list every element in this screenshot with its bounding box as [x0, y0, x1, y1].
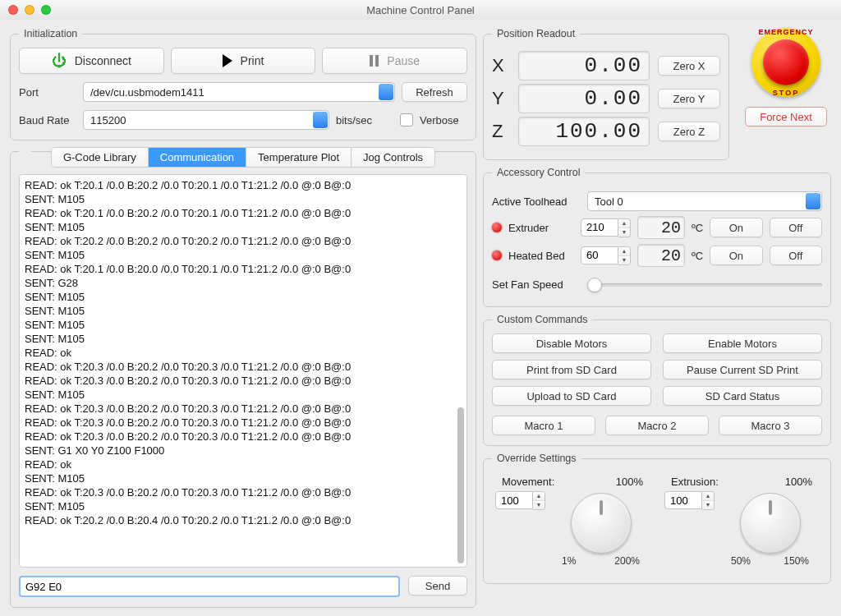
- emergency-stop-button[interactable]: EMERGENCY STOP: [751, 28, 820, 97]
- verbose-checkbox[interactable]: [400, 113, 413, 126]
- log-line: READ: ok T:20.3 /0.0 B:20.2 /0.0 T0:20.3…: [25, 430, 462, 444]
- axis-value: 0.00: [518, 84, 650, 113]
- zero-z-button[interactable]: Zero Z: [658, 122, 720, 141]
- extruder-on-button[interactable]: On: [710, 218, 762, 237]
- extrusion-stepper[interactable]: ▲▼: [664, 491, 715, 510]
- zero-x-button[interactable]: Zero X: [658, 56, 720, 76]
- readout-row-y: Y0.00Zero Y: [492, 84, 720, 113]
- scrollbar[interactable]: [457, 178, 464, 563]
- log-line: READ: ok T:20.2 /0.0 B:20.2 /0.0 T0:20.2…: [25, 234, 462, 248]
- extrusion-label: Extrusion:: [671, 476, 719, 488]
- pause-sd-print-button[interactable]: Pause Current SD Print: [663, 360, 822, 379]
- bed-actual-temp: 20: [637, 244, 685, 267]
- chevron-updown-icon: ▲▼: [317, 113, 324, 126]
- override-settings-group: Override Settings Movement: 100% ▲▼: [483, 453, 831, 584]
- print-button[interactable]: Print: [171, 48, 316, 74]
- bed-on-button[interactable]: On: [710, 246, 762, 265]
- play-icon: [223, 54, 232, 67]
- axis-label: Z: [492, 121, 510, 142]
- log-line: SENT: M105: [25, 248, 462, 262]
- log-line: SENT: M105: [25, 499, 462, 513]
- port-select[interactable]: /dev/cu.usbmodem1411 ▲▼: [83, 82, 395, 102]
- up-icon[interactable]: ▲: [618, 247, 630, 256]
- down-icon[interactable]: ▼: [618, 228, 630, 237]
- upload-to-sd-button[interactable]: Upload to SD Card: [492, 386, 651, 406]
- tab-temperature-plot[interactable]: Temperature Plot: [246, 148, 352, 167]
- macro-2-button[interactable]: Macro 2: [605, 416, 709, 435]
- communication-log[interactable]: READ: ok T:20.1 /0.0 B:20.2 /0.0 T0:20.1…: [19, 174, 467, 568]
- axis-label: X: [492, 55, 510, 76]
- baud-select[interactable]: 115200 ▲▼: [83, 110, 329, 130]
- tab-communication[interactable]: Communication: [149, 148, 246, 167]
- tab-gcode-library[interactable]: G-Code Library: [52, 148, 149, 167]
- sd-card-status-button[interactable]: SD Card Status: [663, 386, 822, 406]
- movement-pct: 100%: [616, 476, 643, 488]
- log-line: READ: ok T:20.3 /0.0 B:20.2 /0.0 T0:20.3…: [25, 485, 462, 499]
- disconnect-button[interactable]: ⏻ Disconnect: [19, 48, 164, 74]
- verbose-label: Verbose: [420, 114, 459, 126]
- accessory-legend: Accessory Control: [492, 167, 585, 178]
- up-icon[interactable]: ▲: [533, 492, 545, 501]
- up-icon[interactable]: ▲: [702, 492, 714, 501]
- send-button[interactable]: Send: [408, 576, 467, 595]
- scrollbar-thumb[interactable]: [457, 407, 464, 563]
- bed-off-button[interactable]: Off: [770, 246, 822, 265]
- pause-button[interactable]: Pause: [322, 48, 467, 74]
- baud-value: 115200: [83, 110, 329, 130]
- extruder-setpoint-stepper[interactable]: ▲▼: [581, 218, 631, 237]
- readout-row-z: Z100.00Zero Z: [492, 117, 720, 146]
- axis-value: 0.00: [518, 51, 650, 80]
- command-input[interactable]: [19, 576, 400, 597]
- disable-motors-button[interactable]: Disable Motors: [492, 333, 651, 353]
- log-line: SENT: M105: [25, 388, 462, 402]
- zero-y-button[interactable]: Zero Y: [658, 89, 720, 108]
- readout-row-x: X0.00Zero X: [492, 51, 720, 80]
- estop-top-label: EMERGENCY: [751, 28, 820, 36]
- power-icon: ⏻: [52, 53, 67, 70]
- log-line: SENT: M105: [25, 192, 462, 206]
- minimize-icon[interactable]: [25, 5, 34, 15]
- log-line: READ: ok T:20.1 /0.0 B:20.2 /0.0 T0:20.1…: [25, 206, 462, 220]
- movement-stepper[interactable]: ▲▼: [495, 491, 545, 510]
- bed-led-icon: [492, 251, 502, 260]
- slider-thumb-icon[interactable]: [587, 278, 602, 292]
- bed-setpoint-stepper[interactable]: ▲▼: [581, 246, 631, 265]
- baud-unit: bits/sec: [336, 114, 372, 126]
- pause-icon: [370, 55, 379, 67]
- down-icon[interactable]: ▼: [533, 501, 545, 509]
- close-icon[interactable]: [8, 5, 18, 15]
- movement-max: 200%: [614, 555, 640, 567]
- refresh-button[interactable]: Refresh: [402, 82, 467, 102]
- port-value: /dev/cu.usbmodem1411: [83, 82, 395, 102]
- extrusion-min: 50%: [731, 555, 751, 567]
- initialization-group: Initialization ⏻ Disconnect Print Pause …: [10, 28, 476, 140]
- custom-commands-group: Custom Commands Disable Motors Enable Mo…: [483, 314, 831, 446]
- macro-1-button[interactable]: Macro 1: [492, 416, 595, 435]
- accessory-control-group: Accessory Control Active Toolhead Tool 0…: [483, 167, 831, 307]
- estop-bottom-label: STOP: [751, 89, 820, 97]
- tab-jog-controls[interactable]: Jog Controls: [352, 148, 434, 167]
- force-next-button[interactable]: Force Next: [745, 107, 827, 126]
- log-line: READ: ok T:20.1 /0.0 B:20.0 /0.0 T0:20.1…: [25, 262, 462, 276]
- down-icon[interactable]: ▼: [618, 256, 630, 264]
- down-icon[interactable]: ▼: [702, 501, 714, 509]
- fan-speed-slider[interactable]: [587, 277, 822, 292]
- extrusion-knob[interactable]: [740, 493, 801, 554]
- log-line: SENT: M105: [25, 304, 462, 318]
- extrusion-pct: 100%: [785, 476, 812, 488]
- macro-3-button[interactable]: Macro 3: [719, 416, 822, 435]
- toolhead-label: Active Toolhead: [492, 195, 581, 208]
- print-from-sd-button[interactable]: Print from SD Card: [492, 360, 651, 379]
- log-line: READ: ok T:20.3 /0.0 B:20.2 /0.0 T0:20.3…: [25, 402, 462, 416]
- window-title: Machine Control Panel: [366, 4, 475, 16]
- toolhead-select[interactable]: Tool 0 ▲▼: [587, 191, 822, 211]
- extruder-off-button[interactable]: Off: [770, 218, 822, 237]
- up-icon[interactable]: ▲: [618, 219, 630, 228]
- movement-knob[interactable]: [571, 493, 632, 554]
- log-line: READ: ok: [25, 346, 462, 360]
- axis-label: Y: [492, 88, 510, 109]
- temp-unit: ºC: [692, 250, 703, 262]
- zoom-icon[interactable]: [41, 5, 51, 15]
- log-line: READ: ok T:20.3 /0.0 B:20.2 /0.0 T0:20.3…: [25, 374, 462, 388]
- enable-motors-button[interactable]: Enable Motors: [663, 333, 822, 353]
